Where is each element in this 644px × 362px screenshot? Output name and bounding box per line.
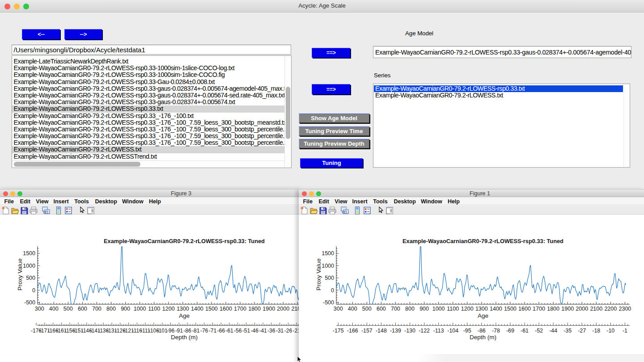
svg-text:-1: -1 xyxy=(623,328,627,334)
svg-text:-36: -36 xyxy=(267,328,275,334)
svg-text:1000: 1000 xyxy=(432,306,445,312)
svg-text:Example-WayaoCarnianGR0-79.2-r: Example-WayaoCarnianGR0-79.2-rLOWESS-rsp… xyxy=(104,238,265,244)
svg-text:-27: -27 xyxy=(578,328,586,334)
svg-text:1600: 1600 xyxy=(220,306,232,312)
svg-text:-148: -148 xyxy=(376,328,387,334)
svg-text:500: 500 xyxy=(26,275,35,281)
svg-text:1800: 1800 xyxy=(248,306,261,312)
svg-text:-101: -101 xyxy=(157,328,168,334)
svg-text:-113: -113 xyxy=(433,328,444,334)
svg-text:Proxy Value: Proxy Value xyxy=(17,258,23,290)
svg-text:2000: 2000 xyxy=(576,306,588,312)
svg-text:1100: 1100 xyxy=(148,306,160,312)
svg-text:2300: 2300 xyxy=(619,306,631,312)
svg-text:-71: -71 xyxy=(209,328,217,334)
svg-text:900: 900 xyxy=(419,306,429,312)
svg-text:-91: -91 xyxy=(175,328,183,334)
svg-text:1400: 1400 xyxy=(490,306,502,312)
svg-text:-31: -31 xyxy=(276,328,284,334)
svg-text:0: 0 xyxy=(32,287,35,294)
svg-text:Proxy Value: Proxy Value xyxy=(315,258,322,290)
svg-text:1800: 1800 xyxy=(547,306,559,312)
svg-text:-10: -10 xyxy=(606,328,614,334)
svg-text:-26: -26 xyxy=(284,328,292,334)
svg-text:1500: 1500 xyxy=(23,250,35,257)
svg-text:-66: -66 xyxy=(217,328,225,334)
svg-text:Example-WayaoCarnianGR0-79.2-r: Example-WayaoCarnianGR0-79.2-rLOWESS-rsp… xyxy=(402,238,564,244)
svg-text:-104: -104 xyxy=(447,328,458,334)
svg-text:400: 400 xyxy=(49,306,59,312)
svg-text:-96: -96 xyxy=(167,328,175,334)
svg-text:1000: 1000 xyxy=(134,306,146,312)
svg-text:1300: 1300 xyxy=(475,306,488,312)
svg-text:2100: 2100 xyxy=(291,306,299,312)
svg-text:-44: -44 xyxy=(549,328,557,334)
svg-text:1500: 1500 xyxy=(504,306,517,312)
svg-text:600: 600 xyxy=(78,306,87,312)
svg-text:-21: -21 xyxy=(293,328,299,334)
svg-text:-157: -157 xyxy=(361,328,373,334)
svg-text:-52: -52 xyxy=(535,328,543,334)
svg-text:1000: 1000 xyxy=(23,263,35,269)
svg-text:-81: -81 xyxy=(192,328,200,334)
svg-text:Age: Age xyxy=(478,312,488,319)
svg-text:1600: 1600 xyxy=(518,306,531,312)
svg-text:700: 700 xyxy=(92,306,102,312)
svg-text:-86: -86 xyxy=(183,328,191,334)
svg-text:Age: Age xyxy=(179,312,190,319)
svg-text:2000: 2000 xyxy=(277,306,289,312)
svg-text:-122: -122 xyxy=(419,328,430,334)
svg-text:-175: -175 xyxy=(333,328,344,334)
svg-text:500: 500 xyxy=(362,306,372,312)
svg-text:-500: -500 xyxy=(323,299,334,306)
svg-text:800: 800 xyxy=(106,306,116,312)
svg-text:0: 0 xyxy=(331,287,334,294)
svg-text:2100: 2100 xyxy=(590,306,602,312)
svg-text:300: 300 xyxy=(35,306,44,312)
svg-text:1000: 1000 xyxy=(322,263,334,269)
svg-text:1200: 1200 xyxy=(461,306,474,312)
svg-text:-78: -78 xyxy=(492,328,500,334)
svg-text:1500: 1500 xyxy=(322,250,334,257)
svg-text:-166: -166 xyxy=(347,328,358,334)
svg-text:-41: -41 xyxy=(259,328,267,334)
svg-text:-18: -18 xyxy=(592,328,600,334)
svg-text:1500: 1500 xyxy=(205,306,218,312)
svg-text:1900: 1900 xyxy=(561,306,574,312)
svg-text:-139: -139 xyxy=(390,328,401,334)
svg-text:600: 600 xyxy=(377,306,386,312)
svg-text:1700: 1700 xyxy=(234,306,246,312)
svg-text:-86: -86 xyxy=(478,328,486,334)
svg-text:300: 300 xyxy=(334,306,343,312)
svg-text:800: 800 xyxy=(405,306,415,312)
svg-text:-35: -35 xyxy=(564,328,572,334)
svg-text:1700: 1700 xyxy=(533,306,545,312)
svg-text:1900: 1900 xyxy=(263,306,275,312)
svg-text:400: 400 xyxy=(348,306,357,312)
svg-text:-56: -56 xyxy=(234,328,242,334)
svg-text:1100: 1100 xyxy=(447,306,459,312)
svg-text:500: 500 xyxy=(325,275,334,281)
svg-text:-76: -76 xyxy=(200,328,208,334)
svg-text:2200: 2200 xyxy=(604,306,617,312)
svg-text:1200: 1200 xyxy=(162,306,175,312)
svg-text:1300: 1300 xyxy=(177,306,189,312)
svg-text:700: 700 xyxy=(391,306,400,312)
svg-text:-61: -61 xyxy=(225,328,233,334)
svg-text:Depth (m): Depth (m) xyxy=(171,334,198,341)
svg-text:-46: -46 xyxy=(251,328,259,334)
svg-text:900: 900 xyxy=(121,306,130,312)
svg-text:1400: 1400 xyxy=(191,306,203,312)
svg-text:-61: -61 xyxy=(521,328,529,334)
svg-text:-130: -130 xyxy=(404,328,415,334)
svg-text:500: 500 xyxy=(64,306,73,312)
svg-text:Depth (m): Depth (m) xyxy=(470,334,496,341)
svg-text:-500: -500 xyxy=(24,299,35,306)
svg-text:-69: -69 xyxy=(506,328,514,334)
svg-text:-95: -95 xyxy=(463,328,471,334)
svg-text:-51: -51 xyxy=(242,328,250,334)
